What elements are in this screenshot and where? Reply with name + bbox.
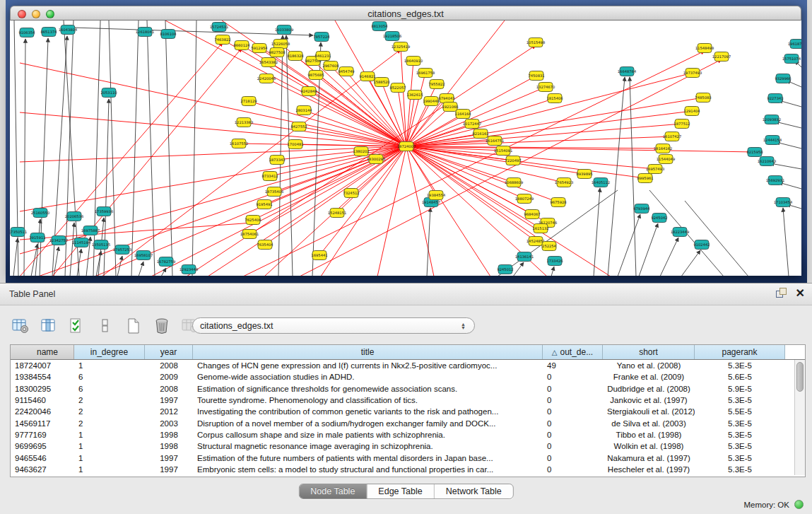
graph-node[interactable]: 16164751	[486, 136, 504, 146]
graph-node[interactable]: 18807249	[515, 194, 534, 204]
graph-node[interactable]: 1733426	[546, 257, 563, 266]
graph-edge[interactable]	[139, 262, 143, 276]
graph-node[interactable]: 9827508	[269, 48, 285, 57]
graph-node[interactable]: 16107427	[663, 132, 681, 141]
graph-edge[interactable]	[406, 146, 490, 276]
graph-node[interactable]: 2718129	[240, 97, 257, 106]
graph-node[interactable]: 9195491	[256, 200, 272, 209]
graph-node[interactable]: 19218506	[383, 32, 401, 41]
graph-node[interactable]: 1291404	[683, 107, 700, 116]
graph-node[interactable]: 7857224	[313, 33, 330, 42]
graph-node[interactable]: 13505135	[92, 240, 110, 250]
graph-node[interactable]: 12325419	[392, 42, 410, 52]
graph-node[interactable]: 1362615	[406, 90, 423, 100]
graph-edge[interactable]	[243, 51, 705, 276]
graph-node[interactable]: 1873343	[269, 156, 285, 165]
graph-node[interactable]: 9242848	[300, 87, 317, 96]
graph-node[interactable]: 15248151	[328, 209, 346, 218]
graph-node[interactable]: 1815406	[546, 94, 563, 103]
graph-node[interactable]: 16782759	[157, 257, 175, 267]
graph-node[interactable]: 5912954	[251, 44, 268, 53]
graph-node[interactable]: 2967608	[322, 62, 339, 71]
graph-node[interactable]: 252254	[542, 242, 557, 251]
graph-node[interactable]: 12213383	[235, 118, 253, 127]
table-row[interactable]: 2242004622012Investigating the contribut…	[11, 406, 805, 417]
graph-node[interactable]: 17654923	[555, 178, 573, 187]
graph-node[interactable]: 8454749	[338, 67, 354, 76]
graph-node[interactable]: 6793944	[633, 204, 650, 214]
column-header-short[interactable]: short	[603, 345, 695, 359]
graph-node[interactable]: 22420046	[257, 74, 276, 83]
graph-node[interactable]: 19618741	[788, 40, 801, 49]
graph-node[interactable]: 8215958	[746, 148, 763, 157]
graph-node[interactable]: 8216161	[472, 129, 488, 139]
graph-edge[interactable]	[406, 124, 682, 146]
graph-node[interactable]: 3915911	[29, 233, 45, 243]
table-row[interactable]: 911546021997Tourette syndrome. Phenomeno…	[11, 395, 805, 406]
graph-node[interactable]: 19737493	[683, 69, 702, 78]
graph-node[interactable]: 12217097	[712, 52, 731, 62]
window-titlebar[interactable]: citations_edges.txt	[10, 6, 801, 21]
graph-node[interactable]: 7463822	[214, 35, 230, 45]
graph-node[interactable]: 12923448	[180, 265, 198, 274]
graph-node[interactable]: 17957253	[113, 245, 131, 255]
table-scrollbar[interactable]	[794, 360, 805, 475]
graph-node[interactable]: 18300295	[367, 155, 385, 164]
graph-node[interactable]: 8186328	[287, 52, 303, 61]
graph-node[interactable]: 16107552	[230, 139, 248, 148]
table-row[interactable]: 969969511998Structural magnetic resonanc…	[11, 440, 805, 452]
column-header-name[interactable]: name	[11, 345, 74, 359]
graph-edge[interactable]	[70, 223, 74, 276]
table-selector-dropdown[interactable]: citations_edges.txt ▲▼	[192, 317, 475, 334]
graph-node[interactable]: 8660124	[233, 41, 250, 50]
graph-node[interactable]: 8522057	[389, 83, 406, 93]
graph-node[interactable]: 5461231	[314, 52, 331, 61]
graph-node[interactable]: 16543382	[259, 58, 278, 67]
graph-node[interactable]: 16961758	[416, 69, 435, 78]
column-header-in_degree[interactable]: in_degree	[74, 345, 145, 359]
network-canvas[interactable]: 9106354865137416043804126180418106104157…	[10, 21, 801, 276]
graph-node[interactable]: 1164164	[454, 110, 471, 119]
graph-node[interactable]: 18724007	[397, 142, 416, 151]
graph-node[interactable]: 12618041	[136, 28, 154, 37]
graph-node[interactable]: 12342757	[49, 236, 68, 245]
graph-node[interactable]: 16957493	[646, 165, 664, 174]
graph-edge[interactable]	[776, 142, 801, 148]
graph-node[interactable]: 13274670	[536, 83, 555, 92]
graph-edge[interactable]	[639, 223, 658, 276]
table-row[interactable]: 1456911722003Disruption of a novel membe…	[11, 417, 805, 428]
graph-node[interactable]: 10515498	[526, 38, 545, 47]
close-panel-icon[interactable]: ✕	[796, 288, 805, 299]
graph-node[interactable]: 18640910	[404, 57, 423, 66]
column-header-out_de[interactable]: △out_de...	[543, 345, 603, 359]
graph-node[interactable]: 9675928	[550, 198, 566, 207]
graph-edge[interactable]	[295, 144, 406, 146]
graph-edge[interactable]	[309, 91, 406, 146]
graph-node[interactable]: 18735406	[265, 187, 283, 197]
graph-node[interactable]: 7324512	[343, 189, 359, 198]
graph-node[interactable]: 12444154	[763, 136, 782, 145]
graph-node[interactable]: 15751074	[782, 54, 801, 64]
graph-node[interactable]: 18164162	[654, 144, 672, 153]
graph-node[interactable]: 7485083	[695, 93, 711, 103]
graph-node[interactable]: 8733412	[261, 172, 278, 181]
graph-edge[interactable]	[20, 146, 406, 162]
graph-node[interactable]: 7625406	[245, 216, 261, 225]
graph-node[interactable]: 1695441	[311, 251, 327, 260]
table-row[interactable]: 1830029562008Estimation of significance …	[11, 383, 805, 395]
graph-node[interactable]: 20206536	[65, 212, 83, 221]
graph-edge[interactable]	[775, 122, 801, 128]
graph-node[interactable]: 9227343	[767, 94, 783, 103]
graph-node[interactable]: 1615132	[532, 224, 548, 233]
graph-node[interactable]: 1380202	[353, 147, 369, 156]
graph-edge[interactable]	[13, 238, 18, 276]
table-row[interactable]: 977716911998Corpus callosum shape and si…	[11, 429, 805, 440]
graph-node[interactable]: 16648784	[618, 67, 637, 76]
graph-node[interactable]: 12093832	[763, 115, 781, 124]
table-settings-icon[interactable]	[10, 316, 31, 336]
graph-edge[interactable]	[192, 21, 196, 276]
graph-node[interactable]: 7955822	[428, 80, 445, 89]
graph-node[interactable]: 16405112	[592, 178, 610, 187]
table-row[interactable]: 946362711997Embryonic stem cells: a mode…	[11, 464, 805, 475]
graph-edge[interactable]	[109, 21, 116, 276]
